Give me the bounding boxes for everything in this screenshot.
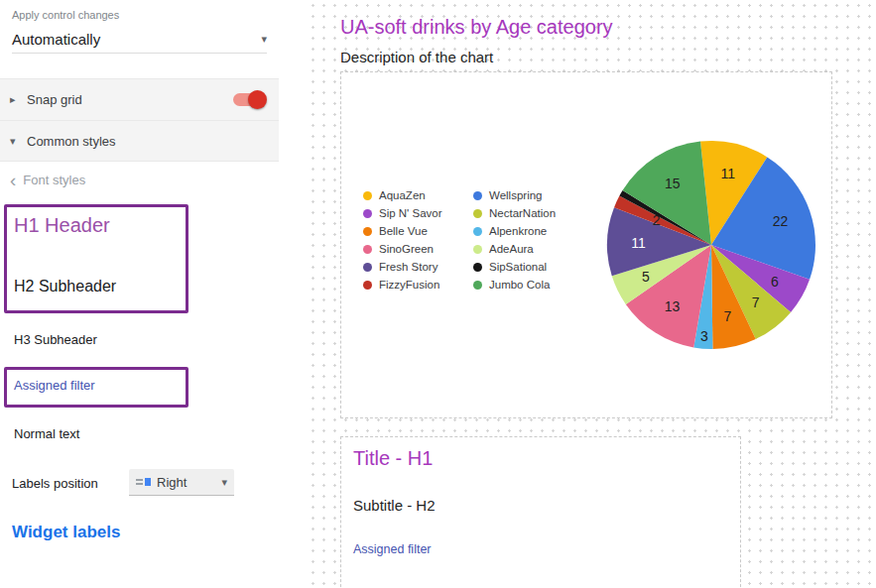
text-assigned-filter: Assigned filter xyxy=(353,542,432,556)
legend-label: AdeAura xyxy=(489,243,534,255)
labels-position-value: Right xyxy=(157,475,187,490)
legend-label: NectarNation xyxy=(489,207,556,219)
annotation-box-assigned-filter xyxy=(4,367,188,408)
legend-swatch xyxy=(473,191,482,200)
legend-item[interactable]: AquaZen xyxy=(363,189,465,201)
common-styles-row[interactable]: ▾ Common styles xyxy=(0,120,279,162)
pie-value-label: 7 xyxy=(752,294,760,310)
legend-item[interactable]: FizzyFusion xyxy=(363,279,465,291)
legend-swatch xyxy=(363,245,372,254)
legend-item[interactable]: Jumbo Cola xyxy=(473,279,575,291)
snap-grid-toggle[interactable] xyxy=(233,93,265,106)
pie-value-label: 13 xyxy=(665,298,681,314)
legend-swatch xyxy=(363,227,372,236)
pie-chart[interactable]: 1122677313511215 xyxy=(597,131,825,359)
legend-swatch xyxy=(473,227,482,236)
apply-control-select[interactable]: Automatically ▾ xyxy=(12,26,267,54)
legend-item[interactable]: SinoGreen xyxy=(363,243,465,255)
legend-swatch xyxy=(363,281,372,290)
legend-label: AquaZen xyxy=(379,189,426,201)
legend-item[interactable]: NectarNation xyxy=(473,207,575,219)
chart-legend: AquaZenSip N' SavorBelle VueSinoGreenFre… xyxy=(363,189,575,291)
text-subtitle-h2: Subtitle - H2 xyxy=(353,497,436,514)
properties-panel: Apply control changes Automatically ▾ ▸ … xyxy=(0,0,279,588)
legend-label: Sip N' Savor xyxy=(379,207,442,219)
legend-swatch xyxy=(473,263,482,272)
style-h3-subheader[interactable]: H3 Subheader xyxy=(14,332,97,347)
legend-item[interactable]: Wellspring xyxy=(473,189,575,201)
legend-item[interactable]: Alpenkrone xyxy=(473,225,575,237)
legend-item[interactable]: Fresh Story xyxy=(363,261,465,273)
legend-column: AquaZenSip N' SavorBelle VueSinoGreenFre… xyxy=(363,189,465,291)
legend-column: WellspringNectarNationAlpenkroneAdeAuraS… xyxy=(473,189,575,291)
labels-position-label: Labels position xyxy=(12,476,98,491)
snap-grid-row[interactable]: ▸ Snap grid xyxy=(0,78,279,120)
pie-value-label: 22 xyxy=(773,213,789,229)
style-normal-text[interactable]: Normal text xyxy=(14,426,79,441)
text-title-h1: Title - H1 xyxy=(353,447,433,470)
legend-item[interactable]: AdeAura xyxy=(473,243,575,255)
apply-control-label: Apply control changes xyxy=(12,9,119,21)
legend-label: SinoGreen xyxy=(379,243,434,255)
dropdown-arrow-icon: ▾ xyxy=(221,476,227,489)
legend-label: Alpenkrone xyxy=(489,225,547,237)
pie-value-label: 3 xyxy=(700,328,708,344)
snap-grid-label: Snap grid xyxy=(27,92,82,107)
pie-value-label: 15 xyxy=(665,176,681,191)
legend-swatch xyxy=(473,245,482,254)
chart-title[interactable]: UA-soft drinks by Age category xyxy=(340,16,613,39)
legend-swatch xyxy=(363,191,372,200)
pie-value-label: 11 xyxy=(721,166,736,181)
annotation-box-headers xyxy=(4,204,188,313)
collapse-right-icon[interactable]: ▸ xyxy=(10,93,27,106)
report-canvas[interactable]: UA-soft drinks by Age category Descripti… xyxy=(280,0,876,588)
legend-item[interactable]: SipSational xyxy=(473,261,575,273)
pie-value-label: 6 xyxy=(771,274,779,290)
app: Apply control changes Automatically ▾ ▸ … xyxy=(0,0,876,588)
pie-value-label: 5 xyxy=(642,269,650,285)
legend-swatch xyxy=(363,209,372,218)
font-styles-label: Font styles xyxy=(23,173,85,187)
text-widget[interactable]: Title - H1 Subtitle - H2 Assigned filter xyxy=(340,436,741,588)
widget-labels-heading: Widget labels xyxy=(12,523,120,542)
pie-value-label: 11 xyxy=(631,235,646,251)
legend-label: Fresh Story xyxy=(379,261,438,273)
chevron-left-icon: ‹ xyxy=(10,174,16,187)
expand-down-icon[interactable]: ▾ xyxy=(10,135,27,148)
toggle-knob xyxy=(248,90,267,109)
labels-position-select[interactable]: Right ▾ xyxy=(129,469,234,496)
legend-swatch xyxy=(473,209,482,218)
legend-position-icon xyxy=(136,477,151,487)
apply-control-value: Automatically xyxy=(12,31,100,48)
legend-label: Belle Vue xyxy=(379,225,428,237)
legend-label: SipSational xyxy=(489,261,547,273)
font-styles-back[interactable]: ‹ Font styles xyxy=(10,173,85,187)
dropdown-arrow-icon: ▾ xyxy=(261,33,267,46)
pie-chart-widget[interactable]: AquaZenSip N' SavorBelle VueSinoGreenFre… xyxy=(340,71,832,418)
legend-swatch xyxy=(473,281,482,290)
legend-label: Jumbo Cola xyxy=(489,279,550,291)
legend-item[interactable]: Belle Vue xyxy=(363,225,465,237)
common-styles-label: Common styles xyxy=(27,134,116,149)
legend-label: FizzyFusion xyxy=(379,279,439,291)
chart-description[interactable]: Description of the chart xyxy=(340,49,493,65)
legend-swatch xyxy=(363,263,372,272)
legend-label: Wellspring xyxy=(489,189,542,201)
pie-value-label: 7 xyxy=(724,308,732,324)
legend-item[interactable]: Sip N' Savor xyxy=(363,207,465,219)
